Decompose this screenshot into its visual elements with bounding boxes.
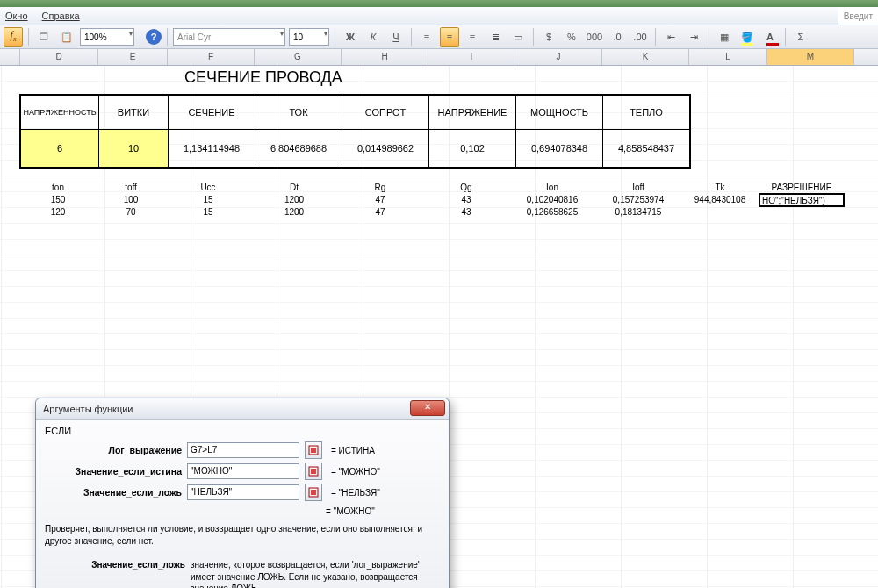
font-name-combo[interactable]: Arial Cyr xyxy=(173,28,285,46)
td-h[interactable]: 0,014989662 xyxy=(342,130,429,167)
col-header-L[interactable]: L xyxy=(689,49,767,65)
currency-icon[interactable]: $ xyxy=(539,27,558,47)
sh-ioff: Ioff xyxy=(595,182,681,194)
col-header-K[interactable]: K xyxy=(602,49,689,65)
function-description: Проверяет, выполняется ли условие, и воз… xyxy=(45,523,440,547)
sh-ion: Ion xyxy=(509,182,595,194)
r1-f[interactable]: 15 xyxy=(165,194,251,206)
td-d[interactable]: 6 xyxy=(21,130,99,167)
function-final-eval: = "МОЖНО" xyxy=(326,506,440,516)
r1-k[interactable]: 0,157253974 xyxy=(595,194,681,206)
sh-rg: Rg xyxy=(337,182,423,194)
font-color-icon[interactable]: A xyxy=(760,27,780,47)
font-size-combo[interactable]: 10 xyxy=(289,28,329,46)
arg2-eval: = "НЕЛЬЗЯ" xyxy=(331,488,380,498)
increase-decimal-icon[interactable]: .00 xyxy=(630,27,650,47)
font-size-value: 10 xyxy=(293,32,303,42)
toolbar-separator xyxy=(335,28,335,46)
percent-icon[interactable]: % xyxy=(562,27,581,47)
col-header-G[interactable]: G xyxy=(255,49,342,65)
dialog-close-button[interactable]: ✕ xyxy=(410,400,445,416)
help-icon[interactable]: ? xyxy=(146,29,162,45)
td-j[interactable]: 0,694078348 xyxy=(516,130,603,167)
sh-res: РАЗРЕШЕНИЕ xyxy=(759,182,845,194)
col-header-F[interactable]: F xyxy=(168,49,255,65)
r1-j[interactable]: 0,102040816 xyxy=(509,194,595,206)
col-header-J[interactable]: J xyxy=(515,49,602,65)
menu-window[interactable]: Окно xyxy=(5,11,28,21)
col-header-E[interactable]: E xyxy=(98,49,168,65)
fx-button[interactable]: fx xyxy=(4,27,23,47)
r1-e[interactable]: 100 xyxy=(97,194,165,206)
r2-i[interactable]: 43 xyxy=(423,206,509,219)
r1-d[interactable]: 150 xyxy=(19,194,97,206)
decrease-indent-icon[interactable]: ⇤ xyxy=(661,27,680,47)
arg1-input[interactable]: "МОЖНО" xyxy=(187,463,299,479)
arg0-range-picker-icon[interactable] xyxy=(305,441,322,459)
menu-help[interactable]: Справка xyxy=(42,11,80,21)
autosum-icon[interactable]: Σ xyxy=(791,27,810,47)
column-headers: D E F G H I J K L M xyxy=(0,49,878,66)
toolbar-separator xyxy=(28,28,29,46)
r1-g[interactable]: 1200 xyxy=(251,194,337,206)
arg0-input[interactable]: G7>L7 xyxy=(187,442,299,458)
td-e[interactable]: 10 xyxy=(99,130,169,167)
align-center-icon[interactable]: ≡ xyxy=(440,27,459,47)
arg1-range-picker-icon[interactable] xyxy=(305,463,322,480)
secondary-table: ton toff Ucc Dt Rg Qg Ion Ioff Tk РАЗРЕШ… xyxy=(19,182,845,219)
th-k: ТЕПЛО xyxy=(603,96,689,130)
col-header-H[interactable]: H xyxy=(342,49,428,65)
th-h: СОПРОТ xyxy=(342,96,429,130)
toolbar-separator xyxy=(411,28,412,46)
copy-icon[interactable]: ❐ xyxy=(34,27,54,47)
td-f[interactable]: 1,134114948 xyxy=(169,130,255,167)
merge-cells-icon[interactable]: ▭ xyxy=(508,27,528,47)
arg0-label: Лог_выражение xyxy=(45,445,182,455)
window-chrome xyxy=(0,0,878,7)
r2-f[interactable]: 15 xyxy=(165,206,251,219)
dialog-title[interactable]: Аргументы функции ✕ xyxy=(36,398,449,420)
td-g[interactable]: 6,804689688 xyxy=(255,130,342,167)
r1-h[interactable]: 47 xyxy=(337,194,423,206)
align-left-icon[interactable]: ≡ xyxy=(417,27,436,47)
paste-icon[interactable]: 📋 xyxy=(57,27,76,47)
r2-g[interactable]: 1200 xyxy=(251,206,337,219)
align-right-icon[interactable]: ≡ xyxy=(463,27,482,47)
dialog-title-text: Аргументы функции xyxy=(43,404,133,414)
arg-desc-text: значение, которое возвращается, если 'ло… xyxy=(191,559,440,588)
r1-l[interactable]: 944,8430108 xyxy=(681,194,759,206)
select-all-corner[interactable] xyxy=(0,49,20,65)
decrease-decimal-icon[interactable]: .0 xyxy=(608,27,627,47)
r2-e[interactable]: 70 xyxy=(97,206,165,219)
active-cell-m13[interactable]: НО";"НЕЛЬЗЯ") xyxy=(759,193,845,207)
bold-button[interactable]: Ж xyxy=(341,27,360,47)
sh-qg: Qg xyxy=(423,182,509,194)
help-search-hint[interactable]: Введит xyxy=(838,7,878,25)
r2-j[interactable]: 0,126658625 xyxy=(509,206,595,219)
zoom-combo[interactable]: 100% xyxy=(80,28,134,46)
r2-h[interactable]: 47 xyxy=(337,206,423,219)
toolbar-separator xyxy=(140,28,140,46)
td-i[interactable]: 0,102 xyxy=(429,130,516,167)
sh-tk: Tk xyxy=(681,182,759,194)
arg2-range-picker-icon[interactable] xyxy=(305,484,322,501)
r2-d[interactable]: 120 xyxy=(19,206,97,219)
align-justify-icon[interactable]: ≣ xyxy=(486,27,505,47)
col-header-D[interactable]: D xyxy=(20,49,98,65)
comma-icon[interactable]: 000 xyxy=(585,27,604,47)
col-header-I[interactable]: I xyxy=(428,49,515,65)
r1-i[interactable]: 43 xyxy=(423,194,509,206)
function-name: ЕСЛИ xyxy=(45,426,440,436)
italic-button[interactable]: К xyxy=(363,27,383,47)
sh-dt: Dt xyxy=(251,182,337,194)
fill-color-icon[interactable]: 🪣 xyxy=(738,27,757,47)
toolbar-separator xyxy=(533,28,534,46)
spreadsheet-grid[interactable]: СЕЧЕНИЕ ПРОВОДА НАПРЯЖЕННОСТЬ ВИТКИ СЕЧЕ… xyxy=(0,66,878,588)
col-header-M[interactable]: M xyxy=(767,49,854,65)
td-k[interactable]: 4,858548437 xyxy=(603,130,689,167)
underline-button[interactable]: Ч xyxy=(386,27,406,47)
arg2-input[interactable]: "НЕЛЬЗЯ" xyxy=(187,484,299,500)
r2-k[interactable]: 0,18134715 xyxy=(595,206,681,219)
borders-icon[interactable]: ▦ xyxy=(715,27,734,47)
increase-indent-icon[interactable]: ⇥ xyxy=(684,27,703,47)
